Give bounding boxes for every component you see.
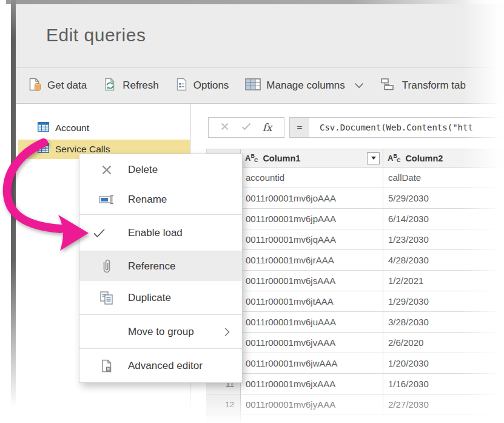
title-bar: Edit queries: [16, 4, 504, 67]
cell[interactable]: 0011r00001mv6jsAAA: [241, 271, 383, 291]
cell[interactable]: 5/29/2030: [383, 188, 504, 209]
cell[interactable]: 4/28/2030: [383, 250, 504, 271]
menu-item-enable-load[interactable]: Enable load: [79, 215, 242, 251]
cell[interactable]: 0011r00001mv6jtAAA: [241, 291, 383, 312]
refresh-icon: [103, 77, 117, 95]
toolbar: Get data Refresh: [16, 67, 504, 104]
menu-item-label: Advanced editor: [128, 360, 203, 372]
menu-item-duplicate[interactable]: Duplicate: [79, 281, 242, 314]
table-row: 0011r00001mv6juAAA 3/28/2030: [206, 312, 504, 333]
cell[interactable]: 2/27/2030: [383, 394, 504, 415]
options-icon: [175, 77, 188, 95]
refresh-label: Refresh: [123, 80, 159, 92]
menu-item-label: Duplicate: [128, 292, 171, 304]
transform-table-icon: [380, 78, 397, 94]
window-frame-top: [6, 0, 500, 4]
window-frame-left: [11, 0, 16, 420]
edit-queries-window: Edit queries Get data: [0, 0, 504, 423]
cell[interactable]: 1/2/2021: [383, 271, 504, 291]
table-row: 0011r00001mv6jtAAA 1/29/2030: [206, 291, 504, 312]
grid-header-row: ABC Column1 ABC Column2: [206, 149, 504, 168]
transform-table-button[interactable]: Transform tab: [380, 78, 466, 94]
menu-item-delete[interactable]: Delete: [79, 154, 242, 185]
menu-item-move-to-group[interactable]: Move to group: [79, 315, 242, 348]
table-row: 0011r00001mv6jwAAA 1/20/2030: [206, 353, 504, 374]
cell[interactable]: [241, 415, 383, 423]
menu-item-label: Reference: [128, 260, 175, 272]
commit-check-icon[interactable]: [241, 122, 251, 133]
cell[interactable]: 0011r00001mv6joAAA: [241, 188, 383, 209]
cell[interactable]: 2/6/2020: [383, 333, 504, 353]
query-context-menu: Delete Rename Enable load: [79, 154, 243, 383]
table-row: 0011r00001mv6jpAAA 6/14/2030: [206, 209, 504, 229]
row-number[interactable]: [206, 415, 241, 423]
cell[interactable]: 0011r00001mv6jyAAA: [241, 394, 383, 415]
cell[interactable]: 0011r00001mv6jrAAA: [241, 250, 383, 271]
table-icon: [38, 122, 49, 134]
paperclip-icon: [93, 259, 121, 274]
equals-chip: =: [290, 118, 309, 137]
manage-columns-label: Manage columns: [266, 80, 344, 92]
table-row: 0011r00001mv6jqAAA 1/23/2030: [206, 229, 504, 250]
formula-text[interactable]: Csv.Document(Web.Contents("htt: [309, 118, 473, 137]
menu-item-label: Move to group: [128, 326, 194, 338]
table-icon: [38, 143, 49, 155]
advanced-editor-icon: [93, 359, 121, 373]
menu-item-rename[interactable]: Rename: [79, 185, 242, 214]
column-header-label: Column1: [263, 154, 300, 163]
manage-columns-button[interactable]: Manage columns: [245, 78, 363, 94]
menu-item-label: Rename: [128, 194, 167, 206]
table-row: 0011r00001mv6jsAAA 1/2/2021: [206, 271, 504, 291]
menu-item-advanced-editor[interactable]: Advanced editor: [79, 349, 242, 382]
rename-icon: [93, 194, 121, 205]
table-row: 12 0011r00001mv6jyAAA 2/27/2030: [206, 394, 504, 415]
query-item-label: Account: [55, 123, 89, 134]
cell[interactable]: 0011r00001mv6jpAAA: [241, 209, 383, 229]
row-number[interactable]: 12: [206, 394, 241, 415]
table-row: 0011r00001mv6jvAAA 2/6/2020: [206, 333, 504, 353]
text-type-icon: ABC: [245, 154, 258, 162]
refresh-button[interactable]: Refresh: [103, 77, 159, 95]
column-header-column2[interactable]: ABC Column2: [383, 149, 504, 168]
options-button[interactable]: Options: [175, 77, 229, 95]
cell[interactable]: 1/16/2030: [383, 374, 504, 394]
column-header-column1[interactable]: ABC Column1: [241, 149, 383, 168]
query-item-account[interactable]: Account: [16, 119, 190, 137]
cell[interactable]: accountid: [241, 168, 383, 188]
cell[interactable]: 3/28/2030: [383, 312, 504, 333]
table-row: 11 0011r00001mv6jxAAA 1/16/2030: [206, 374, 504, 394]
cell[interactable]: 1/23/2030: [383, 229, 504, 250]
cell[interactable]: 1/29/2030: [383, 291, 504, 312]
cell[interactable]: 0011r00001mv6juAAA: [241, 312, 383, 333]
get-data-button[interactable]: Get data: [28, 77, 87, 95]
chevron-down-icon: [354, 83, 364, 89]
options-label: Options: [193, 80, 229, 92]
get-data-icon: [28, 77, 42, 95]
fx-button[interactable]: fx: [263, 121, 272, 134]
cell[interactable]: 0011r00001mv6jvAAA: [241, 333, 383, 353]
cell[interactable]: 0011r00001mv6jwAAA: [241, 353, 383, 374]
table-row: accountid callDate: [206, 168, 504, 188]
menu-item-label: Enable load: [128, 227, 183, 239]
page-title: Edit queries: [46, 25, 146, 46]
submenu-chevron-icon: [224, 327, 230, 337]
table-row: [206, 415, 504, 423]
cell[interactable]: 0011r00001mv6jxAAA: [241, 374, 383, 394]
checkmark-icon: [93, 228, 121, 238]
cell[interactable]: 6/14/2030: [383, 209, 504, 229]
filter-arrow-icon: [371, 157, 376, 160]
cell[interactable]: 1/20/2030: [383, 353, 504, 374]
menu-item-label: Delete: [128, 164, 158, 176]
formula-input[interactable]: = Csv.Document(Web.Contents("htt: [289, 117, 504, 138]
cancel-icon[interactable]: [220, 122, 229, 134]
data-preview-grid: ABC Column1 ABC Column2 accountid callDa…: [206, 149, 504, 423]
cell[interactable]: 0011r00001mv6jqAAA: [241, 229, 383, 250]
filter-dropdown-button[interactable]: [367, 152, 380, 164]
delete-icon: [93, 164, 121, 175]
table-row: 0011r00001mv6jrAAA 4/28/2030: [206, 250, 504, 271]
cell[interactable]: callDate: [383, 168, 504, 188]
cell[interactable]: [383, 415, 504, 423]
text-type-icon: ABC: [388, 154, 401, 162]
duplicate-icon: [93, 291, 121, 305]
menu-item-reference[interactable]: Reference: [79, 251, 242, 281]
